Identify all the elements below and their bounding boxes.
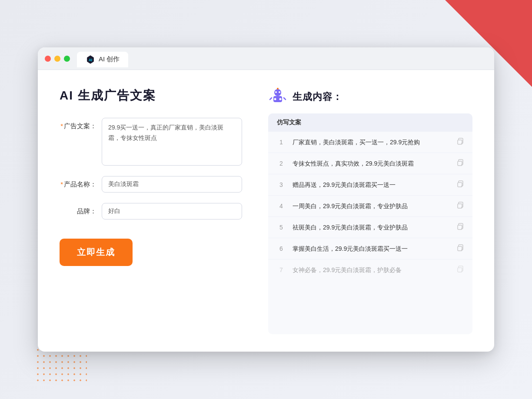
table-row: 6掌握美白生活，29.9元美白淡斑霜买一送一 [268, 238, 472, 259]
copy-button[interactable] [456, 265, 464, 275]
ad-copy-group: *广告文案： 29.9买一送一，真正的厂家直销，美白淡斑霜，专抹女性斑点 [60, 118, 242, 166]
copy-button[interactable] [456, 180, 464, 190]
browser-chrome: AI AI 创作 [38, 47, 494, 70]
table-header: 仿写文案 [268, 113, 472, 132]
svg-point-4 [279, 91, 280, 93]
maximize-button[interactable] [64, 56, 70, 62]
copy-button[interactable] [456, 137, 464, 147]
copy-button[interactable] [456, 244, 464, 253]
row-text: 掌握美白生活，29.9元美白淡斑霜买一送一 [293, 244, 449, 253]
results-container: 1厂家直销，美白淡斑霜，买一送一，29.9元抢购2专抹女性斑点，真实功效，29.… [268, 132, 472, 280]
close-button[interactable] [45, 56, 51, 62]
row-number: 4 [277, 203, 286, 209]
row-number: 6 [277, 245, 286, 252]
row-text: 专抹女性斑点，真实功效，29.9元美白淡斑霜 [293, 159, 449, 168]
generate-button[interactable]: 立即生成 [60, 239, 133, 266]
result-header: 生成内容： [268, 87, 472, 106]
window-controls [45, 56, 70, 62]
row-text: 赠品再送，29.9元美白淡斑霜买一送一 [293, 180, 449, 190]
brand-group: 品牌： [60, 203, 242, 219]
table-row: 1厂家直销，美白淡斑霜，买一送一，29.9元抢购 [268, 132, 472, 153]
table-row: 2专抹女性斑点，真实功效，29.9元美白淡斑霜 [268, 153, 472, 174]
right-panel: 生成内容： 仿写文案 1厂家直销，美白淡斑霜，买一送一，29.9元抢购2专抹女性… [268, 87, 472, 334]
browser-tab[interactable]: AI AI 创作 [77, 52, 128, 67]
row-number: 3 [277, 181, 286, 188]
copy-button[interactable] [456, 223, 464, 232]
page-title: AI 生成广告文案 [60, 87, 242, 104]
brand-input[interactable] [102, 203, 242, 219]
table-row: 7女神必备，29.9元美白淡斑霜，护肤必备 [268, 259, 472, 280]
table-row: 4一周美白，29.9元美白淡斑霜，专业护肤品 [268, 196, 472, 217]
row-text: 一周美白，29.9元美白淡斑霜，专业护肤品 [293, 202, 449, 211]
product-name-required: * [60, 180, 63, 188]
svg-line-11 [284, 98, 286, 100]
minimize-button[interactable] [54, 56, 60, 62]
product-name-group: *产品名称： [60, 176, 242, 193]
result-title: 生成内容： [293, 90, 342, 103]
product-name-input[interactable] [102, 176, 242, 193]
row-number: 2 [277, 160, 286, 167]
robot-icon [268, 87, 287, 106]
row-text: 祛斑美白，29.9元美白淡斑霜，专业护肤品 [293, 223, 449, 232]
result-table: 仿写文案 1厂家直销，美白淡斑霜，买一送一，29.9元抢购2专抹女性斑点，真实功… [268, 113, 472, 334]
brand-label: 品牌： [60, 203, 96, 216]
svg-point-6 [274, 98, 276, 100]
svg-point-3 [275, 91, 277, 93]
ad-copy-required: * [60, 122, 63, 130]
svg-point-7 [279, 98, 282, 100]
ad-copy-input[interactable]: 29.9买一送一，真正的厂家直销，美白淡斑霜，专抹女性斑点 [102, 118, 242, 166]
tab-title: AI 创作 [99, 55, 120, 63]
product-name-label: *产品名称： [60, 176, 96, 189]
content-area: AI 生成广告文案 *广告文案： 29.9买一送一，真正的厂家直销，美白淡斑霜，… [38, 70, 494, 352]
ai-tab-icon: AI [86, 55, 95, 64]
browser-window: AI AI 创作 AI 生成广告文案 *广告文案： 29.9买一送一，真正的厂家… [38, 47, 494, 352]
copy-button[interactable] [456, 159, 464, 168]
copy-button[interactable] [456, 201, 464, 211]
row-number: 7 [277, 266, 286, 273]
bg-decoration-dots [35, 347, 87, 382]
svg-point-9 [277, 88, 279, 90]
svg-text:AI: AI [89, 58, 92, 62]
row-number: 5 [277, 224, 286, 231]
row-text: 女神必备，29.9元美白淡斑霜，护肤必备 [293, 266, 449, 275]
ad-copy-label: *广告文案： [60, 118, 96, 130]
table-row: 5祛斑美白，29.9元美白淡斑霜，专业护肤品 [268, 217, 472, 238]
row-text: 厂家直销，美白淡斑霜，买一送一，29.9元抢购 [293, 138, 449, 147]
left-panel: AI 生成广告文案 *广告文案： 29.9买一送一，真正的厂家直销，美白淡斑霜，… [60, 87, 242, 334]
svg-line-10 [270, 98, 272, 100]
table-row: 3赠品再送，29.9元美白淡斑霜买一送一 [268, 174, 472, 196]
row-number: 1 [277, 139, 286, 146]
